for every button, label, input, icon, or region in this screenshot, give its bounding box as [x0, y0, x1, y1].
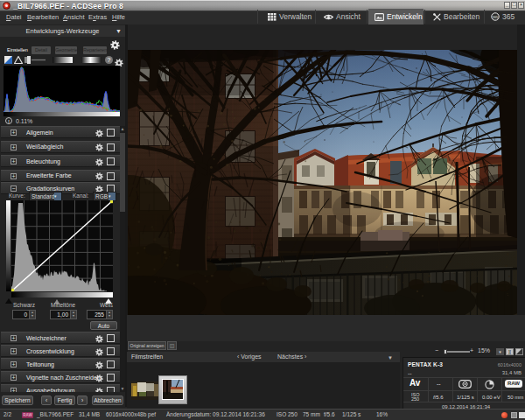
svg-text:365: 365	[493, 15, 499, 19]
